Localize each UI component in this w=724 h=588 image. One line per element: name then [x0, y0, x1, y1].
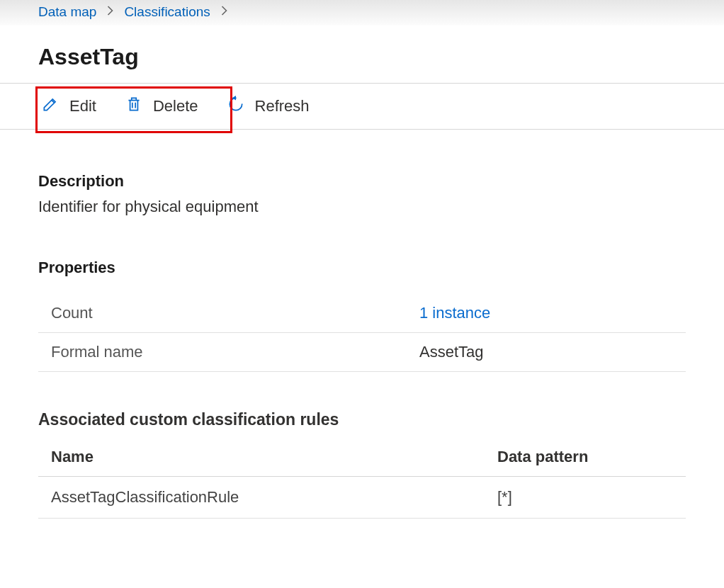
property-row: Formal name AssetTag: [38, 333, 686, 372]
property-row: Count 1 instance: [38, 294, 686, 333]
properties-table: Count 1 instance Formal name AssetTag: [38, 294, 686, 372]
chevron-right-icon: [220, 5, 228, 19]
delete-label: Delete: [153, 97, 198, 115]
rules-table: Name Data pattern AssetTagClassification…: [38, 435, 686, 519]
trash-icon: [125, 95, 143, 118]
page-title: AssetTag: [0, 26, 724, 83]
column-header-pattern[interactable]: Data pattern: [497, 448, 588, 466]
rules-heading: Associated custom classification rules: [38, 410, 686, 429]
breadcrumb-link-classifications[interactable]: Classifications: [124, 4, 210, 20]
table-row: AssetTagClassificationRule [*]: [38, 477, 686, 519]
breadcrumb-link-data-map[interactable]: Data map: [38, 4, 96, 20]
description-text: Identifier for physical equipment: [38, 198, 686, 216]
refresh-label: Refresh: [255, 97, 310, 115]
edit-label: Edit: [69, 97, 96, 115]
delete-button[interactable]: Delete: [122, 94, 201, 119]
refresh-button[interactable]: Refresh: [224, 94, 312, 119]
property-value-link[interactable]: 1 instance: [419, 304, 490, 322]
property-label: Formal name: [51, 343, 419, 361]
edit-button[interactable]: Edit: [38, 94, 99, 119]
breadcrumb: Data map Classifications: [0, 0, 724, 26]
rules-header-row: Name Data pattern: [38, 435, 686, 477]
chevron-right-icon: [106, 5, 114, 19]
pencil-icon: [41, 95, 60, 118]
rule-pattern-cell: [*]: [497, 488, 512, 507]
property-label: Count: [51, 304, 419, 322]
property-value: AssetTag: [419, 343, 484, 361]
column-header-name[interactable]: Name: [51, 448, 497, 466]
refresh-icon: [227, 95, 245, 118]
description-heading: Description: [38, 172, 686, 191]
toolbar: Edit Delete Refresh: [0, 83, 724, 130]
rule-name-cell: AssetTagClassificationRule: [51, 488, 497, 507]
properties-heading: Properties: [38, 259, 686, 277]
